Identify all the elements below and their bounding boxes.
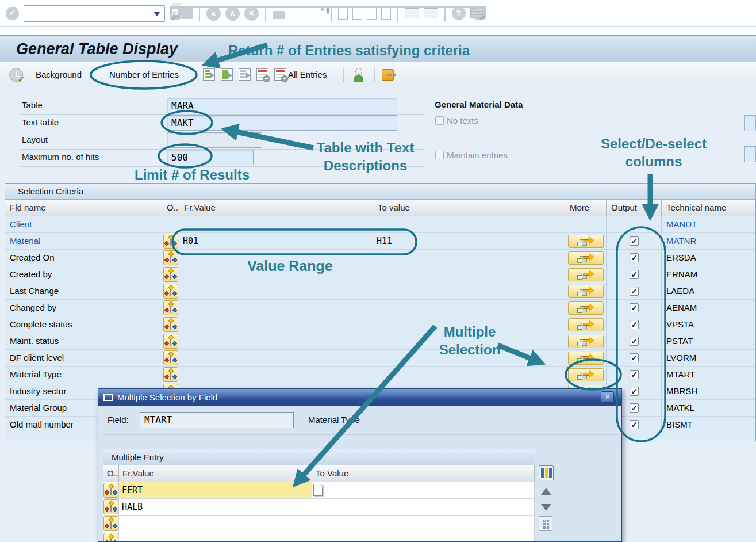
column-config-icon[interactable] bbox=[539, 465, 554, 480]
from-value-cell[interactable] bbox=[179, 216, 373, 233]
output-checkbox[interactable] bbox=[630, 270, 639, 279]
all-entries-button[interactable]: All Entries bbox=[288, 70, 327, 79]
delete-entries-icon[interactable] bbox=[256, 68, 268, 81]
from-value-cell[interactable] bbox=[119, 516, 312, 532]
multiple-selection-button[interactable] bbox=[568, 268, 604, 281]
to-value-cell[interactable] bbox=[312, 499, 535, 516]
output-checkbox[interactable] bbox=[630, 253, 639, 262]
from-value-cell[interactable] bbox=[179, 283, 373, 300]
text-table-input[interactable]: MAKT bbox=[167, 115, 397, 131]
option-cell bbox=[162, 300, 179, 316]
from-value-cell[interactable] bbox=[179, 266, 373, 283]
table-row: Created by ERNAM bbox=[5, 266, 755, 283]
last-page-icon[interactable] bbox=[381, 7, 391, 20]
field-value-input[interactable]: MTART bbox=[140, 412, 294, 428]
display-page-icon[interactable] bbox=[221, 68, 233, 81]
multiple-selection-button[interactable] bbox=[568, 352, 604, 365]
from-value-cell[interactable] bbox=[119, 532, 312, 542]
toolbar-separator bbox=[343, 67, 344, 82]
max-hits-input[interactable]: 500 bbox=[167, 150, 254, 165]
table-input[interactable]: MARA bbox=[167, 98, 397, 113]
more-cell bbox=[565, 216, 607, 233]
from-value-cell[interactable] bbox=[179, 350, 373, 367]
from-value-cell[interactable]: HALB bbox=[119, 499, 312, 516]
header-more: More bbox=[565, 200, 607, 216]
multiple-selection-button[interactable] bbox=[568, 318, 604, 331]
dialog-title: Multiple Selection by Field bbox=[117, 392, 217, 402]
selection-option-button[interactable] bbox=[163, 350, 178, 365]
text-table-label: Text table bbox=[22, 117, 59, 127]
more-cell bbox=[565, 350, 607, 367]
scroll-drag-handle[interactable] bbox=[539, 516, 552, 531]
multiple-selection-button[interactable] bbox=[568, 285, 604, 298]
to-value-cell[interactable] bbox=[373, 367, 565, 383]
enter-icon[interactable] bbox=[6, 7, 19, 20]
layout-input[interactable] bbox=[167, 132, 262, 148]
output-checkbox[interactable] bbox=[630, 353, 639, 362]
to-value-cell[interactable] bbox=[312, 532, 535, 542]
selection-option-button[interactable] bbox=[103, 516, 118, 531]
delete-all-entries-icon[interactable] bbox=[274, 68, 286, 81]
output-checkbox[interactable] bbox=[630, 320, 639, 329]
from-value-cell[interactable] bbox=[179, 367, 373, 383]
to-value-cell[interactable] bbox=[373, 216, 565, 233]
from-value-cell[interactable]: H01 bbox=[179, 233, 373, 250]
output-cell bbox=[607, 300, 662, 316]
multiple-selection-button[interactable] bbox=[568, 251, 604, 265]
table-row: Maint. status PSTAT bbox=[5, 333, 755, 350]
to-value-cell[interactable]: H11 bbox=[373, 233, 565, 250]
scroll-down-icon[interactable] bbox=[541, 504, 551, 511]
to-value-cell[interactable] bbox=[373, 283, 565, 300]
entry-row bbox=[103, 532, 535, 542]
output-checkbox[interactable] bbox=[630, 420, 639, 429]
to-value-cell[interactable] bbox=[373, 250, 565, 266]
scroll-up-icon[interactable] bbox=[541, 488, 551, 495]
selection-option-button[interactable] bbox=[163, 334, 178, 349]
paste-icon[interactable] bbox=[313, 484, 323, 496]
execute-icon[interactable] bbox=[9, 68, 23, 82]
selection-option-button[interactable] bbox=[163, 367, 178, 382]
selection-option-button[interactable] bbox=[163, 300, 178, 315]
multiple-selection-button[interactable] bbox=[568, 301, 604, 315]
multiple-selection-button[interactable] bbox=[568, 235, 604, 248]
output-checkbox[interactable] bbox=[630, 287, 639, 296]
selection-option-button[interactable] bbox=[163, 317, 178, 332]
from-value-cell[interactable]: FERT bbox=[119, 482, 312, 499]
selection-option-button[interactable] bbox=[103, 499, 118, 514]
to-value-cell[interactable] bbox=[312, 482, 535, 499]
exit-transaction-icon[interactable] bbox=[382, 69, 394, 81]
to-value-cell[interactable] bbox=[312, 516, 535, 532]
from-value-cell[interactable] bbox=[179, 300, 373, 316]
output-checkbox[interactable] bbox=[630, 236, 639, 246]
from-value-cell[interactable] bbox=[179, 250, 373, 266]
output-checkbox[interactable] bbox=[630, 387, 639, 396]
background-button[interactable]: Background bbox=[36, 70, 82, 79]
user-settings-icon[interactable] bbox=[353, 68, 364, 82]
output-checkbox[interactable] bbox=[630, 337, 639, 346]
number-of-entries-button[interactable]: Number of Entries bbox=[109, 70, 179, 79]
checkbox-label: Maintain entries bbox=[447, 150, 508, 160]
option-cell bbox=[103, 499, 119, 516]
output-checkbox[interactable] bbox=[630, 403, 639, 413]
selection-option-button[interactable] bbox=[103, 533, 118, 542]
multiple-selection-button[interactable] bbox=[568, 335, 604, 348]
selection-option-button[interactable] bbox=[103, 483, 118, 498]
multiple-selection-button[interactable] bbox=[568, 368, 604, 381]
from-value-cell[interactable] bbox=[179, 333, 373, 350]
close-icon[interactable]: × bbox=[601, 391, 614, 403]
command-field[interactable] bbox=[24, 5, 165, 22]
display-plain-icon[interactable] bbox=[239, 68, 251, 81]
to-value-cell[interactable] bbox=[373, 316, 565, 333]
to-value-cell[interactable] bbox=[373, 350, 565, 367]
selection-option-button[interactable] bbox=[163, 284, 178, 299]
selection-option-button[interactable] bbox=[163, 267, 178, 282]
to-value-cell[interactable] bbox=[373, 266, 565, 283]
output-checkbox[interactable] bbox=[630, 303, 639, 312]
selection-option-button[interactable] bbox=[163, 234, 178, 249]
selection-option-button[interactable] bbox=[163, 250, 178, 265]
to-value-cell[interactable] bbox=[373, 333, 565, 350]
output-checkbox[interactable] bbox=[630, 370, 639, 379]
to-value-cell[interactable] bbox=[373, 300, 565, 316]
display-list-icon[interactable] bbox=[203, 68, 215, 81]
from-value-cell[interactable] bbox=[179, 316, 373, 333]
